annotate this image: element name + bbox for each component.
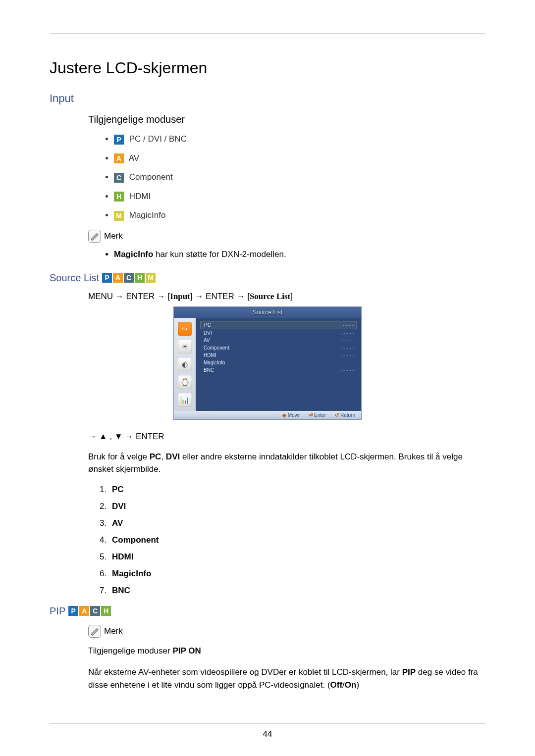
- mode-label: Component: [129, 172, 173, 182]
- osd-row-name: HDMI: [204, 353, 216, 358]
- menu-path-bold: Source List: [250, 292, 290, 301]
- badge-a-icon: A: [114, 153, 124, 163]
- list-item: Component: [109, 535, 485, 545]
- note-icon: [88, 230, 101, 243]
- list-item-label: Component: [112, 535, 159, 545]
- mode-label: AV: [129, 153, 139, 163]
- source-number-list: PCDVIAVComponentHDMIMagicInfoBNC: [109, 485, 485, 596]
- note-bullet-text: har kun støtte for DXN-2-modellen.: [153, 250, 286, 259]
- list-item-label: AV: [112, 518, 123, 528]
- osd-side-icon: ↪: [178, 322, 192, 336]
- source-list-heading: Source List P A C H M: [50, 272, 485, 284]
- osd-row-name: MagicInfo: [204, 360, 225, 365]
- osd-row: Component: - - - -: [201, 344, 357, 352]
- text-part: ): [356, 680, 359, 690]
- osd-row: DVI: - - - -: [201, 329, 357, 337]
- osd-screenshot: Source List ↪ ☀ ◐ ⌚ 📊 PC: - - - -DVI: - …: [173, 306, 362, 420]
- mode-label: MagicInfo: [129, 210, 166, 220]
- text-bold: PIP: [402, 667, 416, 677]
- text-part: Tilgjengelige moduser: [88, 646, 172, 655]
- note-row: Merk: [88, 230, 485, 243]
- list-item: PC: [109, 485, 485, 495]
- badge-h-icon: H: [101, 606, 111, 616]
- text-bold: DVI: [166, 452, 180, 461]
- osd-row-name: DVI: [204, 330, 212, 336]
- osd-bottom-bar: ◆Move⏎Enter↺Return: [174, 411, 361, 419]
- menu-path-part: ] → ENTER → [: [190, 292, 250, 301]
- mode-item: M MagicInfo: [114, 210, 485, 221]
- footer-rule: [50, 723, 485, 723]
- top-rule: [50, 34, 485, 34]
- badge-p-icon: P: [102, 273, 112, 283]
- page-footer: 44: [50, 723, 485, 739]
- note-bullet-bold: MagicInfo: [114, 250, 153, 259]
- badge-m-icon: M: [114, 211, 124, 221]
- pip-modes-text: Tilgjengelige moduser PIP ON: [88, 645, 485, 657]
- osd-row-value: : - - - -: [335, 338, 354, 343]
- list-item-label: DVI: [112, 502, 126, 511]
- osd-content: PC: - - - -DVI: - - - -AV: - - - -Compon…: [196, 318, 361, 411]
- menu-path-bold: Input: [170, 292, 190, 301]
- note-icon: [88, 625, 101, 638]
- osd-row: MagicInfo: [201, 359, 357, 366]
- osd-row-value: : - - - -: [335, 353, 354, 358]
- note-label: Merk: [104, 626, 123, 636]
- post-nav-path: → ▲ , ▼ → ENTER: [88, 432, 485, 442]
- list-item: MagicInfo: [109, 569, 485, 579]
- osd-row: BNC: - - - -: [201, 366, 357, 374]
- text-bold: On: [345, 680, 357, 690]
- osd-row-value: : - - - -: [335, 367, 354, 373]
- badge-m-icon: M: [146, 273, 156, 283]
- osd-side-icon: ☀: [178, 340, 192, 353]
- osd-title: Source List: [174, 307, 361, 318]
- osd-row-value: : - - - -: [334, 322, 354, 328]
- text-part: Når eksterne AV-enheter som videospiller…: [88, 667, 402, 677]
- osd-bottom-item: ↺Return: [335, 412, 355, 418]
- note-row: Merk: [88, 625, 485, 638]
- osd-side-icon: 📊: [178, 393, 192, 407]
- osd-bottom-item: ⏎Enter: [309, 412, 326, 418]
- osd-row-name: AV: [204, 338, 210, 343]
- modes-heading: Tilgjengelige moduser: [88, 114, 485, 125]
- osd-row-value: [348, 360, 354, 365]
- osd-row: PC: - - - -: [201, 321, 357, 329]
- osd-row-value: : - - - -: [335, 345, 354, 351]
- badge-a-icon: A: [113, 273, 123, 283]
- badge-c-icon: C: [124, 273, 134, 283]
- list-item-label: MagicInfo: [112, 569, 151, 578]
- badge-p-icon: P: [114, 135, 124, 145]
- mode-item: C Component: [114, 172, 485, 183]
- list-item: BNC: [109, 586, 485, 596]
- mode-label: PC / DVI / BNC: [129, 134, 187, 144]
- badge-c-icon: C: [114, 173, 124, 183]
- source-list-label: Source List: [50, 272, 99, 284]
- badge-h-icon: H: [135, 273, 145, 283]
- pip-heading: PIP P A C H: [50, 605, 485, 617]
- list-item: DVI: [109, 502, 485, 511]
- list-item-label: BNC: [112, 586, 130, 595]
- text-bold: PC: [150, 452, 161, 461]
- badge-h-icon: H: [114, 192, 124, 202]
- badge-c-icon: C: [90, 606, 100, 616]
- source-body-text: Bruk for å velge PC, DVI eller andre eks…: [88, 451, 485, 476]
- pip-label: PIP: [50, 605, 65, 617]
- modes-list: P PC / DVI / BNC A AV C Component H HDMI…: [114, 134, 485, 221]
- text-bold: Off: [330, 680, 343, 690]
- pip-body-text: Når eksterne AV-enheter som videospiller…: [88, 666, 485, 691]
- text-part: Bruk for å velge: [88, 452, 150, 461]
- osd-bottom-item: ◆Move: [282, 412, 300, 418]
- badge-strip: P A C H M: [102, 273, 156, 283]
- osd-row: AV: - - - -: [201, 337, 357, 344]
- osd-side-icon: ◐: [178, 357, 192, 371]
- page-title: Justere LCD-skjermen: [50, 59, 485, 77]
- osd-row-name: PC: [204, 322, 211, 328]
- osd-row: HDMI: - - - -: [201, 352, 357, 359]
- badge-strip: P A C H: [68, 606, 111, 616]
- text-part: ,: [161, 452, 165, 461]
- osd-row-name: Component: [204, 345, 229, 351]
- list-item: HDMI: [109, 552, 485, 562]
- osd-body: ↪ ☀ ◐ ⌚ 📊 PC: - - - -DVI: - - - -AV: - -…: [174, 318, 361, 411]
- list-item-label: HDMI: [112, 552, 133, 561]
- list-item-label: PC: [112, 485, 124, 494]
- page-number: 44: [263, 729, 272, 739]
